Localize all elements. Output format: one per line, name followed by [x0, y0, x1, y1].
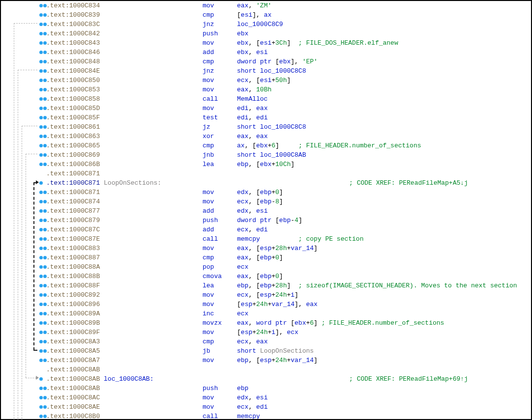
- disasm-line[interactable]: .text:1000C85D movedi, eax: [1, 104, 531, 113]
- disasm-line[interactable]: .text:1000C8A5 jbshort LoopOnSections: [1, 346, 531, 356]
- disasm-line[interactable]: .text:1000C8AB loc_1000C8AB: ; CODE XREF…: [1, 374, 531, 384]
- token-plain: , [: [248, 77, 260, 84]
- token-op-name: var_14: [291, 245, 314, 252]
- disasm-line[interactable]: .text:1000C871: [1, 169, 531, 178]
- disasm-line[interactable]: .text:1000C87C addecx, edi: [1, 225, 531, 234]
- code-text: .text:1000C871 LoopOnSections: ; CODE XR…: [46, 179, 468, 187]
- disasm-line[interactable]: .text:1000C84E jnzshort loc_1000C8C8: [1, 66, 531, 76]
- token-op-reg: eax: [237, 254, 248, 261]
- disasm-line[interactable]: .text:1000C8B0 callmemcpy: [1, 412, 531, 419]
- code-label: loc_1000C8AB:: [104, 375, 153, 383]
- gutter: [1, 412, 46, 419]
- disasm-line[interactable]: .text:1000C839 cmp[esi], ax: [1, 10, 531, 20]
- disasm-line[interactable]: .text:1000C8AB: [1, 365, 531, 374]
- disasm-line[interactable]: .text:1000C848 cmpdword ptr [ebx], 'EP': [1, 57, 531, 66]
- disasm-line[interactable]: .text:1000C88A popecx: [1, 262, 531, 272]
- address: .text:1000C871: [46, 189, 100, 196]
- gutter: [1, 328, 46, 337]
- disasm-line[interactable]: .text:1000C8A3 cmpecx, eax: [1, 337, 531, 346]
- disasm-line[interactable]: .text:1000C887 cmpeax, [ebp+0]: [1, 253, 531, 262]
- disasm-line[interactable]: .text:1000C843 movebx, [esi+3Ch] ; FILE_…: [1, 38, 531, 48]
- address: .text:1000C85F: [46, 114, 100, 121]
- disasm-line[interactable]: .text:1000C8AB pushebp: [1, 384, 531, 393]
- disasm-line[interactable]: .text:1000C853 moveax, 10Bh: [1, 85, 531, 94]
- disasm-line[interactable]: .text:1000C865 cmpax, [ebx+6] ; FILE_HEA…: [1, 141, 531, 150]
- code-text: .text:1000C883 moveax, [esp+28h+var_14]: [46, 245, 318, 252]
- trace-dot-icon: [39, 256, 43, 259]
- gutter: [1, 38, 46, 48]
- trace-dot-icon: [39, 181, 43, 185]
- disasm-line[interactable]: .text:1000C85F testedi, edi: [1, 113, 531, 122]
- disasm-line[interactable]: .text:1000C834 moveax, 'ZM': [1, 1, 531, 10]
- disasm-line[interactable]: .text:1000C89F mov[esp+24h+i], ecx: [1, 328, 531, 337]
- token-mnemonic: call: [203, 235, 237, 243]
- trace-dot-icon: [43, 340, 47, 343]
- disasm-line[interactable]: .text:1000C863 xoreax, eax: [1, 132, 531, 141]
- token-plain: ,: [248, 86, 256, 93]
- code-text: .text:1000C861 jzshort loc_1000C8C8: [46, 123, 306, 131]
- disasm-line[interactable]: .text:1000C874 movecx, [ebp-8]: [1, 197, 531, 206]
- token-plain: , [: [248, 245, 260, 252]
- code-text: .text:1000C8A5 jbshort LoopOnSections: [46, 347, 314, 355]
- disasm-line[interactable]: .text:1000C8A7 movebp, [esp+24h+var_14]: [1, 356, 531, 365]
- disasm-line[interactable]: .text:1000C87E callmemcpy ; copy PE sect…: [1, 234, 531, 244]
- gutter: [1, 29, 46, 38]
- address: .text:1000C896: [46, 301, 100, 308]
- disasm-line[interactable]: .text:1000C86B leaebp, [ebx+10Ch]: [1, 160, 531, 169]
- token-plain: ]: [314, 319, 318, 327]
- address: .text:1000C8A5: [46, 347, 100, 355]
- address: .text:1000C874: [46, 198, 100, 205]
- token-op-reg: ebp: [279, 217, 291, 224]
- disasm-line[interactable]: .text:1000C8AC movedx, esi: [1, 393, 531, 402]
- disasm-line[interactable]: .text:1000C883 moveax, [esp+28h+var_14]: [1, 244, 531, 253]
- code-text: .text:1000C83C jnzloc_1000C8C9: [46, 21, 283, 28]
- gutter: [1, 374, 46, 384]
- token-plain: , [: [248, 161, 260, 168]
- gutter: [1, 244, 46, 253]
- trace-dot-icon: [43, 209, 47, 213]
- token-op-reg: short: [237, 67, 260, 75]
- token-op-reg: ecx: [237, 263, 248, 271]
- token-mnemonic: mov: [203, 86, 237, 93]
- disasm-line[interactable]: .text:1000C83C jnzloc_1000C8C9: [1, 20, 531, 29]
- disasm-line[interactable]: .text:1000C877 addedx, esi: [1, 206, 531, 216]
- token-op-reg: short: [237, 151, 260, 159]
- address: .text:1000C83C: [46, 21, 100, 28]
- trace-dot-icon: [39, 219, 43, 222]
- token-op-name: loc_1000C8C9: [237, 21, 283, 28]
- disasm-line[interactable]: .text:1000C846 addebx, esi: [1, 48, 531, 57]
- token-op-name: var_14: [271, 301, 295, 308]
- token-mnemonic: add: [203, 207, 237, 215]
- disasm-line[interactable]: .text:1000C88B cmovaeax, [ebp+0]: [1, 272, 531, 281]
- token-plain: ,: [248, 319, 256, 327]
- address: .text:1000C86B: [46, 161, 100, 168]
- gutter: [1, 188, 46, 197]
- token-plain: ,: [248, 338, 256, 345]
- disasm-line[interactable]: .text:1000C871 movedx, [ebp+0]: [1, 188, 531, 197]
- token-op-string: 'EP': [302, 58, 318, 65]
- disassembly-view[interactable]: .text:1000C834 moveax, 'ZM'.text:1000C83…: [1, 1, 531, 419]
- gutter: [1, 290, 46, 300]
- token-op-reg: edx: [237, 189, 248, 196]
- disasm-line[interactable]: .text:1000C871 LoopOnSections: ; CODE XR…: [1, 178, 531, 188]
- disasm-line[interactable]: .text:1000C869 jnbshort loc_1000C8AB: [1, 150, 531, 160]
- disasm-line[interactable]: .text:1000C842 pushebx: [1, 29, 531, 38]
- disasm-line[interactable]: .text:1000C896 mov[esp+24h+var_14], eax: [1, 300, 531, 309]
- disasm-line[interactable]: .text:1000C861 jzshort loc_1000C8C8: [1, 122, 531, 132]
- disasm-line[interactable]: .text:1000C858 callMemAlloc: [1, 94, 531, 104]
- disasm-line[interactable]: .text:1000C892 movecx, [esp+24h+i]: [1, 290, 531, 300]
- code-text: .text:1000C89F mov[esp+24h+i], ecx: [46, 329, 298, 336]
- gutter: [1, 57, 46, 66]
- disasm-line[interactable]: .text:1000C88F leaebp, [ebp+28h] ; sizeo…: [1, 281, 531, 290]
- disasm-line[interactable]: .text:1000C89A incecx: [1, 309, 531, 318]
- address: .text:1000C850: [46, 77, 100, 84]
- token-op-reg: edx: [237, 394, 248, 401]
- token-op-reg: ebx: [237, 30, 248, 37]
- disasm-line[interactable]: .text:1000C879 pushdword ptr [ebp-4]: [1, 216, 531, 225]
- disasm-line[interactable]: .text:1000C8AE movecx, edi: [1, 402, 531, 412]
- token-plain: [: [271, 217, 279, 224]
- code-text: .text:1000C834 moveax, 'ZM': [46, 2, 271, 9]
- disasm-line[interactable]: .text:1000C89B movzxeax, word ptr [ebx+6…: [1, 318, 531, 328]
- disasm-line[interactable]: .text:1000C850 movecx, [esi+50h]: [1, 76, 531, 85]
- token-op-number: 0: [275, 254, 279, 261]
